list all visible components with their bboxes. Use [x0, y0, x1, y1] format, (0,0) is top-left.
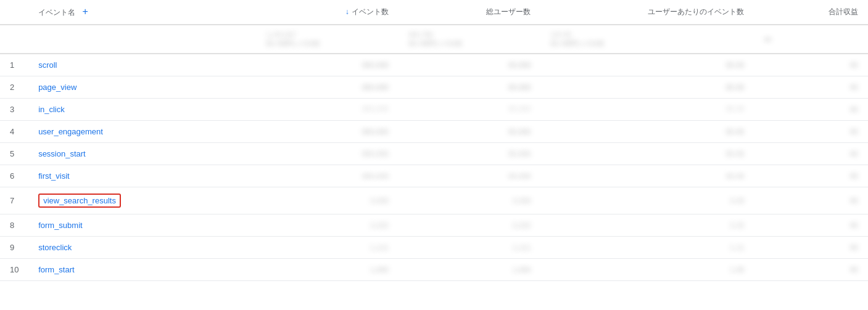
table-row: 9storeclick1,1111,1111.11¥0: [0, 237, 868, 259]
row-total-users: 88,888: [399, 76, 541, 99]
event-count-header[interactable]: ↓イベント数: [256, 0, 399, 25]
row-revenue: ¥0: [754, 214, 868, 237]
total-revenue-header-label: 合計収益: [829, 7, 858, 16]
row-events-per-user: 2.22: [540, 214, 754, 237]
row-event-count: 555,555: [256, 143, 399, 165]
row-event-name: in_click: [28, 99, 256, 121]
row-event-count: 1,000: [256, 259, 399, 281]
add-column-button[interactable]: +: [82, 6, 88, 17]
row-event-count: 2,222: [256, 214, 399, 237]
row-events-per-user: 66.66: [540, 121, 754, 143]
row-revenue: ¥0: [754, 143, 868, 165]
table-body: 1scroll999,99999,99999.99¥02page_view888…: [0, 54, 868, 281]
total-users-header[interactable]: 総ユーザー数: [399, 0, 541, 25]
event-name-link[interactable]: form_start: [38, 265, 75, 274]
total-revenue-value: ¥0: [764, 36, 771, 43]
row-total-users: 1,000: [399, 259, 541, 281]
row-index: 5: [0, 143, 28, 165]
row-index: 1: [0, 54, 28, 76]
row-index: 7: [0, 187, 28, 214]
row-events-per-user: 88.88: [540, 76, 754, 99]
analytics-table: イベント名 + ↓イベント数 総ユーザー数 ユーザーあたりのイベント数 合計収益: [0, 0, 868, 281]
row-event-count: 1,111: [256, 237, 399, 259]
event-name-header-label: イベント名: [38, 8, 75, 17]
row-revenue: ¥0: [754, 121, 868, 143]
table-row: 1scroll999,99999,99999.99¥0: [0, 54, 868, 76]
event-name-link[interactable]: view_search_results: [43, 196, 116, 205]
event-count-header-label: イベント数: [352, 7, 389, 16]
totals-row: 1,234,567前の期間との比較 456,789前の期間との比較 123.45…: [0, 25, 868, 54]
row-index: 9: [0, 237, 28, 259]
row-event-name: session_start: [28, 143, 256, 165]
row-revenue: ¥0: [754, 259, 868, 281]
row-events-per-user: 55.55: [540, 143, 754, 165]
event-name-link[interactable]: page_view: [38, 83, 76, 92]
row-revenue: ¥0: [754, 54, 868, 76]
row-events-per-user: 1.11: [540, 237, 754, 259]
row-event-count: 999,999: [256, 54, 399, 76]
row-total-users: 66,666: [399, 121, 541, 143]
total-event-count: 1,234,567前の期間との比較: [266, 31, 320, 47]
row-event-count: 888,888: [256, 76, 399, 99]
row-events-per-user: 44.44: [540, 165, 754, 187]
row-event-name: scroll: [28, 54, 256, 76]
table-row: 7view_search_results3,3333,3333.33¥0: [0, 187, 868, 214]
row-event-name: view_search_results: [28, 187, 256, 214]
total-users-value: 456,789前の期間との比較: [408, 31, 463, 47]
table-row: 8form_submit2,2222,2222.22¥0: [0, 214, 868, 237]
row-event-count: 3,333: [256, 187, 399, 214]
row-index: 4: [0, 121, 28, 143]
row-event-name: storeclick: [28, 237, 256, 259]
events-per-user-header-label: ユーザーあたりのイベント数: [648, 7, 744, 16]
event-name-link[interactable]: scroll: [38, 60, 57, 70]
event-name-link[interactable]: user_engagement: [38, 127, 103, 136]
row-events-per-user: 77.77: [540, 99, 754, 121]
row-total-users: 2,222: [399, 214, 541, 237]
table-row: 2page_view888,88888,88888.88¥0: [0, 76, 868, 99]
row-index: 8: [0, 214, 28, 237]
row-index: 3: [0, 99, 28, 121]
event-name-link[interactable]: session_start: [38, 149, 86, 158]
row-index: 6: [0, 165, 28, 187]
row-index: 2: [0, 76, 28, 99]
row-event-name: user_engagement: [28, 121, 256, 143]
event-name-link[interactable]: in_click: [38, 105, 65, 114]
event-name-link[interactable]: first_visit: [38, 171, 70, 181]
row-index: 10: [0, 259, 28, 281]
events-per-user-header[interactable]: ユーザーあたりのイベント数: [540, 0, 754, 25]
row-revenue: ¥0: [754, 187, 868, 214]
row-events-per-user: 99.99: [540, 54, 754, 76]
event-name-link[interactable]: form_submit: [38, 221, 83, 230]
row-revenue: ¥0: [754, 76, 868, 99]
event-name-link[interactable]: storeclick: [38, 243, 72, 252]
table-row: 5session_start555,55555,55555.55¥0: [0, 143, 868, 165]
row-event-name: page_view: [28, 76, 256, 99]
row-total-users: 77,777: [399, 99, 541, 121]
row-total-users: 99,999: [399, 54, 541, 76]
table-row: 3in_click777,77777,77777.77¥0: [0, 99, 868, 121]
total-users-header-label: 総ユーザー数: [486, 7, 531, 16]
row-revenue: ¥0: [754, 165, 868, 187]
row-events-per-user: 3.33: [540, 187, 754, 214]
row-total-users: 1,111: [399, 237, 541, 259]
table-row: 10form_start1,0001,0001.00¥0: [0, 259, 868, 281]
row-event-name: first_visit: [28, 165, 256, 187]
row-event-count: 444,444: [256, 165, 399, 187]
row-event-count: 777,777: [256, 99, 399, 121]
row-total-users: 3,333: [399, 187, 541, 214]
sort-icon: ↓: [345, 7, 349, 16]
row-event-name: form_submit: [28, 214, 256, 237]
row-revenue: ¥0: [754, 99, 868, 121]
index-header: [0, 0, 28, 25]
total-revenue-header[interactable]: 合計収益: [754, 0, 868, 25]
row-events-per-user: 1.00: [540, 259, 754, 281]
row-total-users: 44,444: [399, 165, 541, 187]
total-events-per-user: 123.45前の期間との比較: [550, 31, 605, 47]
row-event-count: 666,666: [256, 121, 399, 143]
table-row: 4user_engagement666,66666,66666.66¥0: [0, 121, 868, 143]
row-event-name: form_start: [28, 259, 256, 281]
row-revenue: ¥0: [754, 237, 868, 259]
row-total-users: 55,555: [399, 143, 541, 165]
event-name-header: イベント名 +: [28, 0, 256, 25]
table-row: 6first_visit444,44444,44444.44¥0: [0, 165, 868, 187]
